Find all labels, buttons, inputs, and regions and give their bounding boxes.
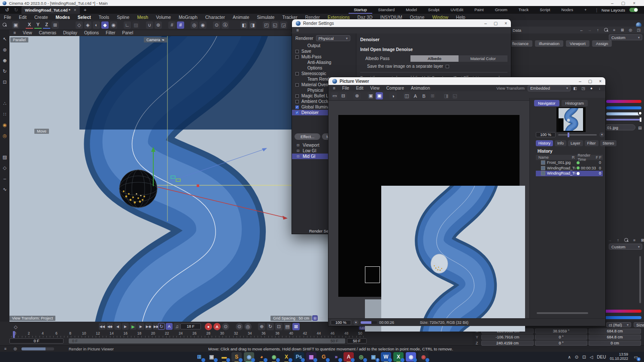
- taskbar-app-icon[interactable]: ▣: [207, 352, 217, 362]
- rs-hamburger-icon[interactable]: ≡: [294, 27, 301, 34]
- menu[interactable]: Help: [452, 15, 469, 20]
- viewport-layout-icon[interactable]: ▤: [319, 315, 324, 321]
- toolbar-icon[interactable]: ∟: [124, 21, 131, 29]
- tab-close-icon[interactable]: ×: [74, 8, 76, 12]
- layout-tab[interactable]: Standard: [373, 6, 400, 14]
- tool-icon[interactable]: ⊡: [1, 78, 9, 86]
- range-end-field[interactable]: 50 F: [347, 338, 367, 344]
- toolbar-icon[interactable]: ▣: [12, 21, 19, 29]
- toolbar-icon[interactable]: ⊙: [213, 21, 220, 29]
- nav-zoom-slider[interactable]: [558, 134, 597, 136]
- toolbar-icon[interactable]: ◇: [76, 21, 83, 29]
- menu[interactable]: Tracker: [278, 15, 301, 20]
- popout-icon[interactable]: ◳: [580, 84, 587, 92]
- info-tab[interactable]: Filter: [585, 140, 598, 146]
- up-icon[interactable]: ↑: [594, 27, 601, 34]
- value-slider[interactable]: [606, 112, 641, 115]
- maximize-button[interactable]: ▢: [494, 21, 498, 26]
- target-icon[interactable]: ◎: [627, 27, 634, 34]
- menu[interactable]: Spline: [113, 15, 133, 20]
- render-settings-titlebar[interactable]: Render Settings – ▢ ×: [292, 19, 511, 27]
- toolbar-icon[interactable]: ◐: [93, 21, 100, 29]
- info-tab[interactable]: Stereo: [600, 140, 617, 146]
- autokeying-button[interactable]: A: [213, 323, 221, 330]
- layout-tab[interactable]: Paint: [469, 6, 489, 14]
- pv-toolbar-icon[interactable]: [362, 92, 366, 100]
- history-hscrollbar[interactable]: [537, 312, 588, 314]
- toolbar-icon[interactable]: [163, 21, 167, 29]
- pv-toolbar-icon[interactable]: ⊟: [340, 92, 347, 100]
- taskbar-app-icon[interactable]: ▬: [219, 352, 229, 362]
- toolbar-icon[interactable]: [70, 21, 74, 29]
- zoom-preset-icon[interactable]: ▾: [599, 132, 605, 137]
- toolbar-icon[interactable]: #: [168, 21, 176, 29]
- layout-tab[interactable]: Sculpt: [423, 6, 444, 14]
- toolbar-icon[interactable]: ◰: [263, 21, 270, 29]
- tool-icon[interactable]: ∴: [1, 100, 9, 107]
- menu[interactable]: File: [0, 15, 15, 20]
- up-icon[interactable]: ↑: [614, 236, 622, 244]
- info-tab[interactable]: History: [536, 140, 553, 146]
- taskbar-app-icon[interactable]: ◉: [269, 352, 279, 362]
- keyframe-diamond-icon[interactable]: ◇: [12, 323, 19, 331]
- taskbar-app-icon[interactable]: Ps: [294, 352, 304, 362]
- toolbar-icon[interactable]: Z: [43, 21, 50, 29]
- item-checkbox[interactable]: [295, 100, 299, 103]
- taskbar-app-icon[interactable]: ◕: [256, 352, 267, 362]
- dock-icon[interactable]: ↓: [596, 84, 603, 92]
- split-view-icon[interactable]: ◧: [571, 84, 579, 92]
- pv-toolbar-icon[interactable]: ▭: [331, 92, 338, 100]
- menu[interactable]: Character: [201, 15, 229, 20]
- menu[interactable]: Extensions: [324, 15, 353, 20]
- layout-tab[interactable]: Track: [513, 6, 534, 14]
- hue-gradient-slider[interactable]: [606, 100, 641, 103]
- status-menu-icon[interactable]: ≡: [2, 345, 9, 353]
- history-row[interactable]: Frost_001.jpg 0: [536, 160, 603, 166]
- toolbar-icon[interactable]: ◆: [101, 21, 109, 29]
- layout-tab[interactable]: Groom: [490, 6, 513, 14]
- save-layer-checkbox[interactable]: [446, 65, 449, 68]
- back-icon[interactable]: ←: [578, 27, 585, 34]
- picture-viewer-window[interactable]: Picture Viewer – ▢ × ≡ FileEditViewCompa…: [328, 77, 605, 326]
- render-settings-item[interactable]: Anti-Aliasing: [292, 60, 356, 65]
- toolbar-icon[interactable]: ∪: [146, 21, 153, 29]
- tool-icon[interactable]: ∿: [1, 185, 9, 193]
- material-tab[interactable]: Viewport: [566, 40, 589, 47]
- taskbar-app-icon[interactable]: W: [381, 352, 391, 362]
- object-rel-dropdown[interactable]: ct (Rel): [606, 322, 631, 327]
- transport-button[interactable]: ◀◀: [99, 323, 106, 330]
- transport-button[interactable]: ◀◆: [106, 323, 113, 330]
- menu[interactable]: Animate: [229, 15, 253, 20]
- range-start-field[interactable]: 0 F: [9, 338, 64, 344]
- tool-icon[interactable]: [1, 89, 9, 97]
- filter-ball-icon[interactable]: ●: [588, 84, 595, 92]
- record-button[interactable]: ●: [205, 323, 212, 330]
- toolbar-icon[interactable]: [235, 21, 239, 29]
- window-minimize-button[interactable]: –: [611, 1, 614, 6]
- toolbar-icon[interactable]: Ⓐ: [222, 21, 229, 29]
- layout-tab[interactable]: UVEdit: [445, 6, 468, 14]
- pv-toolbar-icon[interactable]: [384, 92, 388, 100]
- undo-icon[interactable]: ↺: [3, 6, 11, 14]
- transport-button[interactable]: ▶◆: [145, 323, 152, 330]
- layout-tab[interactable]: Nodes: [556, 6, 578, 14]
- view-transform-dropdown[interactable]: Embedded: [528, 85, 571, 91]
- menu[interactable]: Volume: [152, 15, 175, 20]
- camera-label[interactable]: Camera▪▸: [144, 37, 167, 42]
- rotation-field[interactable]: 0 °: [535, 341, 587, 346]
- close-button[interactable]: ×: [504, 21, 507, 26]
- item-checkbox[interactable]: [295, 94, 299, 98]
- tool-icon[interactable]: ↻: [1, 67, 9, 75]
- render-settings-item[interactable]: Options: [292, 65, 356, 71]
- menu[interactable]: Render: [301, 15, 324, 20]
- material-tab[interactable]: flectance: [508, 40, 532, 47]
- render-settings-item[interactable]: Save: [292, 48, 356, 54]
- pv-toolbar-icon[interactable]: ▣: [367, 92, 374, 100]
- window-close-button[interactable]: ×: [633, 1, 635, 6]
- projection-label[interactable]: Parallel: [10, 37, 28, 42]
- pv-toolbar-icon[interactable]: ◱: [451, 92, 459, 100]
- saturation-slider[interactable]: [606, 106, 641, 109]
- viewport-menu[interactable]: Options: [81, 30, 102, 35]
- timeline-ruler[interactable]: 0246810121416182022242628303234363840424…: [11, 331, 364, 335]
- saturation-slider-2[interactable]: [601, 316, 641, 319]
